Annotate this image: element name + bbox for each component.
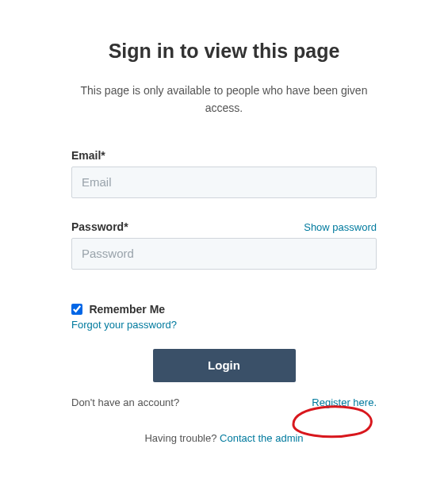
login-button[interactable]: Login: [153, 349, 296, 382]
password-label: Password*: [71, 220, 128, 233]
trouble-row: Having trouble? Contact the admin: [71, 432, 377, 444]
remember-row: Remember Me: [71, 301, 377, 316]
show-password-link[interactable]: Show password: [304, 221, 377, 233]
contact-admin-link[interactable]: Contact the admin: [220, 432, 304, 444]
password-field[interactable]: [71, 238, 377, 270]
remember-label: Remember Me: [89, 303, 165, 316]
page-title: Sign in to view this page: [48, 40, 400, 63]
remember-checkbox[interactable]: [71, 304, 82, 315]
forgot-password-link[interactable]: Forgot your password?: [71, 319, 177, 331]
register-prompt: Don't have an account?: [71, 396, 179, 408]
trouble-prompt: Having trouble?: [144, 432, 220, 444]
email-group: Email*: [71, 149, 377, 198]
email-field[interactable]: [71, 167, 377, 198]
email-label: Email*: [71, 149, 377, 162]
page-subtitle: This page is only available to people wh…: [48, 82, 400, 117]
account-row: Don't have an account? Register here.: [71, 396, 377, 408]
register-link[interactable]: Register here.: [312, 396, 377, 408]
password-group: Password* Show password: [71, 220, 377, 270]
